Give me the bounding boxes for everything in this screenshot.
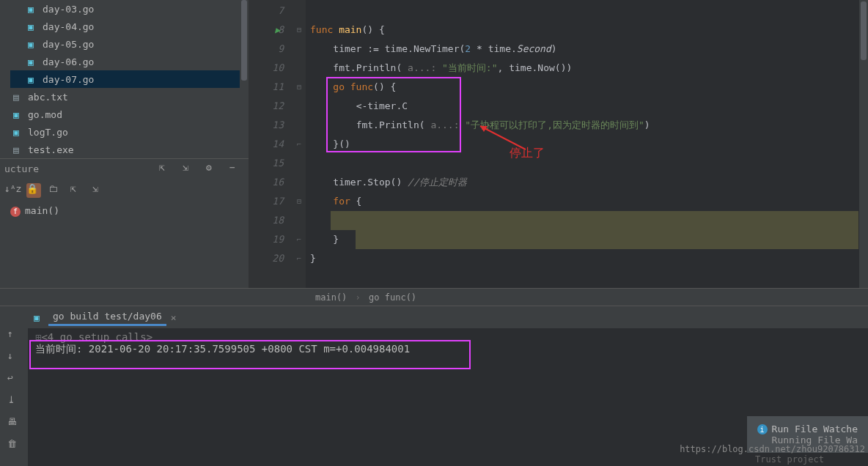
status-trust: Trust project bbox=[755, 454, 824, 465]
go-file-icon: ▣ bbox=[13, 127, 23, 137]
breadcrumb-separator-icon: › bbox=[356, 292, 361, 303]
exe-file-icon: ▤ bbox=[13, 144, 23, 155]
delete-icon[interactable]: 🗑 bbox=[7, 438, 21, 451]
file-name: day-07.go bbox=[43, 74, 94, 85]
breadcrumb-item[interactable]: go func() bbox=[369, 292, 416, 303]
line-number: 9 bbox=[249, 40, 284, 59]
txt-file-icon: ▤ bbox=[13, 92, 23, 102]
output-line: 当前时间: 2021-06-20 20:17:35.7599505 +0800 … bbox=[35, 343, 861, 356]
file-name: logT.go bbox=[28, 127, 68, 138]
annotation-text: 停止了 bbox=[510, 144, 545, 163]
line-number: 7 bbox=[249, 1, 284, 21]
settings-gear-icon[interactable]: ⚙ bbox=[206, 162, 221, 177]
notification-title: Run File Watche bbox=[772, 424, 858, 434]
file-item[interactable]: ▣day-03.go bbox=[10, 0, 249, 18]
line-number: 16 bbox=[249, 173, 284, 192]
line-number: 10 bbox=[249, 59, 284, 78]
go-file-icon: ▣ bbox=[13, 109, 23, 119]
expand-all-icon[interactable]: ⇱ bbox=[159, 162, 174, 177]
close-tab-icon[interactable]: × bbox=[171, 312, 177, 323]
sidebar: ▣day-03.go ▣day-04.go ▣day-05.go ▣day-06… bbox=[0, 0, 249, 288]
go-file-icon: ▣ bbox=[28, 56, 38, 67]
hide-icon[interactable]: − bbox=[229, 162, 244, 177]
fold-end-icon[interactable]: ⌐ bbox=[293, 230, 306, 249]
line-number: 15 bbox=[249, 154, 284, 173]
run-tab-label: go build test/day06 bbox=[48, 308, 166, 326]
file-name: day-06.go bbox=[43, 56, 94, 67]
structure-title: ucture bbox=[4, 163, 39, 174]
go-file-icon: ▣ bbox=[28, 39, 38, 49]
run-tab[interactable]: ▣ go build test/day06 × bbox=[28, 306, 868, 328]
folder-icon[interactable]: 🗀 bbox=[48, 183, 63, 198]
line-number: 12 bbox=[249, 97, 284, 116]
autoscroll-to-icon[interactable]: ⇱ bbox=[70, 183, 85, 198]
code-area[interactable]: func main() { timer := time.NewTimer(2 *… bbox=[306, 0, 859, 288]
line-number: 8▶ bbox=[249, 21, 284, 40]
fold-end-icon[interactable]: ⌐ bbox=[293, 249, 306, 268]
line-gutter: 7 8▶ 9 10 11 12 13 14 15 16 17 18 19 20 bbox=[249, 0, 293, 288]
editor-scrollbar[interactable] bbox=[859, 0, 868, 288]
watermark-text: https://blog.csdn.net/zhou920786312 bbox=[680, 444, 865, 454]
file-name: test.exe bbox=[28, 144, 74, 155]
fold-end-icon[interactable]: ⌐ bbox=[293, 135, 306, 154]
fold-column: ⊟ ⊟ ⌐ ⊟ ⌐ ⌐ bbox=[293, 0, 306, 288]
go-file-icon: ▣ bbox=[28, 74, 38, 84]
line-number: 20 bbox=[249, 249, 284, 268]
file-item[interactable]: ▤abc.txt bbox=[10, 88, 249, 106]
line-number: 17 bbox=[249, 192, 284, 211]
run-toolbar: ↑ ↓ ↩ ⤓ 🖶 🗑 bbox=[0, 306, 28, 466]
function-item: main() bbox=[25, 205, 59, 216]
file-name: go.mod bbox=[28, 109, 62, 120]
sidebar-scrollbar[interactable] bbox=[240, 0, 249, 158]
file-tree: ▣day-03.go ▣day-04.go ▣day-05.go ▣day-06… bbox=[0, 0, 249, 158]
terminal-main: ▣ go build test/day06 × ⊞<4 go setup cal… bbox=[28, 306, 868, 466]
line-number: 14 bbox=[249, 135, 284, 154]
structure-panel-header: ucture ⇱ ⇲ ⚙ − bbox=[0, 158, 249, 179]
line-number: 19 bbox=[249, 230, 284, 249]
file-item[interactable]: ▤test.exe bbox=[10, 141, 249, 158]
scroll-end-icon[interactable]: ⤓ bbox=[7, 394, 21, 407]
file-item[interactable]: ▣logT.go bbox=[10, 123, 249, 141]
file-item[interactable]: ▣day-04.go bbox=[10, 18, 249, 35]
setup-calls: <4 go setup calls> bbox=[41, 331, 152, 343]
breadcrumb-bar: main() › go func() bbox=[0, 288, 868, 306]
print-icon[interactable]: 🖶 bbox=[7, 416, 21, 429]
file-item[interactable]: ▣day-05.go bbox=[10, 35, 249, 53]
go-file-icon: ▣ bbox=[28, 21, 38, 32]
file-item[interactable]: ▣day-06.go bbox=[10, 53, 249, 70]
line-number: 13 bbox=[249, 116, 284, 135]
breadcrumb-item[interactable]: main() bbox=[315, 292, 347, 303]
lock-icon[interactable]: 🔒 bbox=[26, 183, 41, 198]
file-name: day-04.go bbox=[43, 21, 94, 32]
structure-content[interactable]: fmain() bbox=[0, 202, 249, 220]
file-item-selected[interactable]: ▣day-07.go bbox=[10, 70, 249, 88]
run-gutter-icon[interactable]: ▶ bbox=[275, 21, 280, 40]
info-icon: i bbox=[757, 424, 768, 434]
code-editor[interactable]: 7 8▶ 9 10 11 12 13 14 15 16 17 18 19 20 … bbox=[249, 0, 868, 288]
up-icon[interactable]: ↑ bbox=[7, 328, 21, 341]
line-number: 18 bbox=[249, 211, 284, 230]
autoscroll-from-icon[interactable]: ⇲ bbox=[92, 183, 107, 198]
sort-alpha-icon[interactable]: ↓ᴬᴢ bbox=[4, 183, 19, 198]
soft-wrap-icon[interactable]: ↩ bbox=[7, 372, 21, 385]
line-number: 11 bbox=[249, 78, 284, 97]
run-tool-window: ↑ ↓ ↩ ⤓ 🖶 🗑 ▣ go build test/day06 × ⊞<4 … bbox=[0, 306, 868, 466]
down-icon[interactable]: ↓ bbox=[7, 350, 21, 363]
go-file-icon: ▣ bbox=[28, 4, 38, 14]
function-badge-icon: f bbox=[10, 207, 21, 217]
fold-marker-icon[interactable]: ⊟ bbox=[293, 78, 306, 97]
collapse-all-icon[interactable]: ⇲ bbox=[183, 162, 197, 177]
fold-marker-icon[interactable]: ⊟ bbox=[293, 192, 306, 211]
go-run-icon: ▣ bbox=[34, 312, 44, 322]
file-name: day-03.go bbox=[43, 4, 94, 15]
structure-toolbar: ↓ᴬᴢ 🔒 🗀 ⇱ ⇲ bbox=[0, 179, 249, 202]
file-name: abc.txt bbox=[28, 92, 68, 103]
fold-marker-icon[interactable]: ⊟ bbox=[293, 21, 306, 40]
terminal-output[interactable]: ⊞<4 go setup calls> 当前时间: 2021-06-20 20:… bbox=[28, 328, 868, 359]
file-item[interactable]: ▣go.mod bbox=[10, 106, 249, 123]
file-name: day-05.go bbox=[43, 39, 94, 50]
